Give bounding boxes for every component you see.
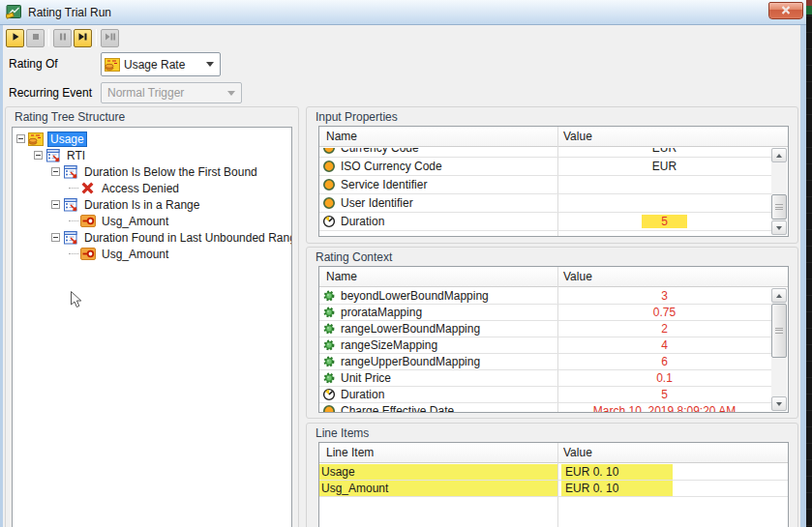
table-row[interactable]: rangeLowerBoundMapping2 (319, 321, 771, 337)
rating-tree: UsageRTIDuration Is Below the First Boun… (12, 127, 292, 527)
row-name-label: rangeUpperBoundMapping (341, 355, 480, 368)
row-name-cell: beyondLowerBoundMapping (319, 289, 557, 303)
close-button[interactable] (768, 2, 803, 19)
row-name-label: User Identifier (341, 196, 413, 210)
thumb-grip-icon (775, 204, 783, 210)
tree-node[interactable]: RTI (13, 147, 291, 163)
scroll-up-button[interactable] (771, 148, 787, 162)
table-row[interactable]: Unit Price0.1 (319, 370, 771, 387)
duration-icon (322, 215, 336, 228)
row-name-label: rangeLowerBoundMapping (341, 322, 480, 336)
gear-icon (322, 322, 336, 336)
gear-icon (322, 306, 336, 319)
row-name-cell: rangeLowerBoundMapping (319, 322, 557, 336)
tree-node[interactable]: Duration Found in Last Unbounded Range (13, 229, 291, 246)
row-value-cell: 6 (557, 355, 771, 368)
row-value: 3 (661, 289, 668, 303)
column-header-value: Value (557, 270, 788, 283)
duration-icon (322, 388, 336, 401)
thumb-grip-icon (775, 328, 783, 334)
background-green-segment (805, 6, 812, 15)
tree-expander-collapse[interactable] (16, 134, 25, 143)
play-button[interactable] (6, 29, 24, 47)
step-forward-icon (77, 31, 88, 44)
row-value: 2 (661, 322, 668, 336)
table-row[interactable]: rangeUpperBoundMapping6 (319, 354, 771, 370)
table-body: beyondLowerBoundMapping3prorataMapping0.… (319, 288, 771, 412)
table-row[interactable]: Usg_AmountEUR 0. 10 (319, 481, 788, 497)
tree-expander-collapse[interactable] (34, 151, 43, 160)
row-name-label: Duration (341, 388, 384, 401)
table-row[interactable]: ISO Currency CodeEUR (319, 158, 771, 176)
rti-icon (45, 148, 61, 163)
scroll-up-button[interactable] (771, 288, 787, 303)
row-name-label: Usg_Amount (321, 482, 388, 495)
property-icon (322, 404, 336, 412)
table-row[interactable]: Currency CodeEUR (319, 148, 771, 158)
row-name-cell: rangeUpperBoundMapping (319, 355, 557, 368)
rating-context-scrollbar[interactable] (771, 288, 787, 411)
rating-of-dropdown[interactable]: Usage Rate (101, 52, 221, 76)
tree-connector-line (69, 220, 78, 221)
gear-icon (322, 289, 336, 303)
title-bar[interactable]: Rating Trial Run (0, 0, 806, 25)
tree-node-label: Usg_Amount (100, 248, 170, 261)
scrollbar-thumb[interactable] (771, 194, 787, 220)
row-value: 5 (661, 388, 668, 401)
dialog-content: Rating Of Usage Rate Recurring Event Nor… (3, 25, 800, 527)
row-value: EUR 0. 10 (561, 464, 673, 480)
table-row[interactable]: Charge Effective DateMarch 10, 2019 8:09… (319, 403, 771, 412)
row-value-cell: March 10, 2019 8:09:20 AM (557, 404, 771, 412)
rating-of-value: Usage Rate (124, 58, 185, 72)
tree-node[interactable]: Usage (13, 131, 291, 147)
table-row[interactable]: Duration5 (319, 387, 771, 403)
tree-expander-collapse[interactable] (51, 233, 60, 242)
row-value: EUR (652, 160, 677, 173)
amount-icon (80, 214, 96, 229)
table-row[interactable]: Duration5 (319, 213, 771, 231)
input-properties-scrollbar[interactable] (771, 148, 787, 235)
tree-node[interactable]: Duration Is Below the First Bound (13, 163, 291, 180)
row-name-label: prorataMapping (341, 306, 422, 319)
tree-expander-collapse[interactable] (51, 167, 60, 176)
playback-toolbar (6, 28, 121, 47)
tree-node[interactable]: Usg_Amount (13, 246, 291, 262)
tree-connector-line (69, 188, 78, 189)
tree-connector-line (69, 253, 78, 254)
column-header-value: Value (557, 446, 788, 459)
stop-button (26, 29, 45, 47)
step-forward-button[interactable] (74, 29, 92, 47)
table-row[interactable]: Service Identifier (319, 176, 771, 194)
row-value: March 10, 2019 8:09:20 AM (593, 404, 736, 412)
scroll-down-button[interactable] (771, 396, 787, 411)
table-row[interactable]: beyondLowerBoundMapping3 (319, 288, 771, 305)
line-items-group: Line Items Line ItemValueUsageEUR 0. 10U… (306, 423, 798, 527)
row-name-label: Service Identifier (341, 178, 427, 191)
table-row[interactable]: UsageEUR 0. 10 (319, 464, 788, 481)
background-grid-rows (805, 0, 812, 527)
row-name-cell: Service Identifier (319, 178, 557, 191)
play-icon (11, 31, 20, 44)
row-value-cell: 3 (557, 289, 771, 303)
row-name-label: rangeSizeMapping (341, 338, 437, 352)
table-row[interactable]: User Identifier (319, 194, 771, 213)
row-value-cell: 5 (557, 215, 771, 228)
row-name-label: ISO Currency Code (341, 160, 442, 173)
tree-expander-collapse[interactable] (51, 200, 60, 209)
input-properties-table: NameValue Currency CodeEURISO Currency C… (318, 126, 789, 237)
scrollbar-thumb[interactable] (771, 304, 787, 358)
tree-node-label: Access Denied (100, 182, 181, 195)
scroll-down-button[interactable] (771, 220, 787, 235)
property-icon (322, 196, 336, 210)
window-title: Rating Trial Run (28, 6, 111, 19)
tree-node[interactable]: Duration Is in a Range (13, 196, 291, 213)
table-row[interactable]: rangeSizeMapping4 (319, 337, 771, 354)
tree-node[interactable]: Access Denied (13, 180, 291, 196)
row-name-cell: rangeSizeMapping (319, 338, 557, 352)
row-value-cell: 0.75 (557, 306, 771, 319)
table-row[interactable]: prorataMapping0.75 (319, 305, 771, 321)
tree-node[interactable]: Usg_Amount (13, 213, 291, 229)
arrow-down-icon (776, 226, 782, 230)
play-pause-button (101, 29, 119, 47)
arrow-up-icon (776, 154, 782, 158)
